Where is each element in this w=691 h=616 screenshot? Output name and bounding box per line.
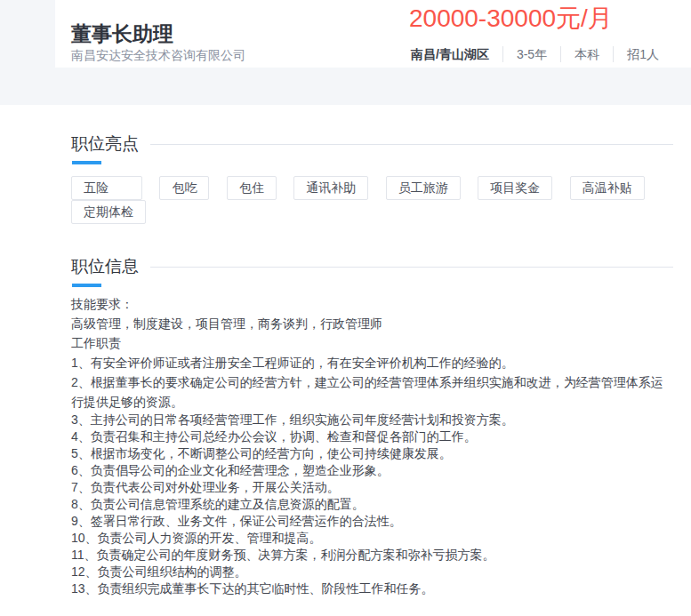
- info-section-header: 职位信息: [71, 257, 673, 287]
- desc-line-item-7: 7、负责代表公司对外处理业务，开展公关活动。: [71, 479, 673, 496]
- highlights-section-header: 职位亮点: [71, 134, 673, 164]
- section-divider-line: [150, 144, 673, 145]
- highlight-tag: 高温补贴: [570, 176, 645, 200]
- salary-range: 20000-30000元/月: [409, 4, 613, 34]
- job-detail-page: 董事长助理 南昌安达安全技术咨询有限公司 20000-30000元/月 南昌/青…: [0, 0, 691, 616]
- desc-line-item-6: 6、负责倡导公司的企业文化和经营理念，塑造企业形象。: [71, 462, 673, 479]
- job-meta-row: 南昌/青山湖区 3-5年 本科 招1人: [411, 46, 659, 62]
- section-divider-line: [150, 267, 673, 268]
- desc-line-item-8: 8、负责公司信息管理系统的建立及信息资源的配置。: [71, 496, 673, 513]
- highlight-tag: 项目奖金: [478, 176, 552, 200]
- highlights-title: 职位亮点: [71, 134, 139, 164]
- highlight-tag: 通讯补助: [293, 176, 368, 200]
- desc-line-skills-label: 技能要求：: [71, 294, 673, 314]
- job-title: 董事长助理: [71, 21, 173, 46]
- desc-line-item-12: 12、负责公司组织结构的调整。: [71, 564, 673, 580]
- desc-line-skills: 高级管理，制度建设，项目管理，商务谈判，行政管理师: [71, 314, 673, 333]
- desc-line-item-9: 9、签署日常行政、业务文件，保证公司经营运作的合法性。: [71, 513, 673, 530]
- desc-line-item-3: 3、主持公司的日常各项经营管理工作，组织实施公司年度经营计划和投资方案。: [71, 412, 673, 428]
- highlight-tag: 定期体检: [71, 200, 146, 224]
- highlight-tags: 五险 包吃 包住 通讯补助 员工旅游 项目奖金 高温补贴 定期体检: [71, 176, 673, 224]
- meta-location: 南昌/青山湖区: [411, 46, 502, 62]
- company-name[interactable]: 南昌安达安全技术咨询有限公司: [71, 47, 245, 63]
- desc-line-duties-label: 工作职责: [71, 333, 673, 353]
- meta-experience: 3-5年: [502, 46, 560, 62]
- desc-line-item-5: 5、根据市场变化，不断调整公司的经营方向，使公司持续健康发展。: [71, 445, 673, 462]
- highlight-tag: 包住: [227, 176, 277, 200]
- desc-line-item-1: 1、有安全评价师证或者注册安全工程师证的，有在安全评价机构工作的经验的。: [71, 353, 673, 372]
- job-header: 董事长助理 南昌安达安全技术咨询有限公司 20000-30000元/月 南昌/青…: [55, 0, 691, 68]
- highlight-tag: 五险: [71, 176, 142, 200]
- desc-line-item-11: 11、负责确定公司的年度财务预、决算方案，利润分配方案和弥补亏损方案。: [71, 547, 673, 564]
- highlight-tag: 员工旅游: [386, 176, 461, 200]
- desc-line-item-4: 4、负责召集和主持公司总经办公会议，协调、检查和督促各部门的工作。: [71, 428, 673, 445]
- job-description: 技能要求： 高级管理，制度建设，项目管理，商务谈判，行政管理师 工作职责 1、有…: [71, 294, 673, 597]
- desc-line-item-13: 13、负责组织完成董事长下达的其它临时性、阶段性工作和任务。: [71, 580, 673, 597]
- meta-headcount: 招1人: [613, 46, 659, 62]
- info-title: 职位信息: [71, 257, 139, 287]
- highlight-tag: 包吃: [159, 176, 209, 200]
- job-content: 职位亮点 五险 包吃 包住 通讯补助 员工旅游 项目奖金 高温补贴 定期体检 职…: [71, 105, 673, 597]
- desc-line-item-2: 2、根据董事长的要求确定公司的经营方针，建立公司的经营管理体系并组织实施和改进，…: [71, 372, 673, 412]
- desc-line-item-10: 10、负责公司人力资源的开发、管理和提高。: [71, 530, 673, 547]
- meta-education: 本科: [560, 46, 613, 62]
